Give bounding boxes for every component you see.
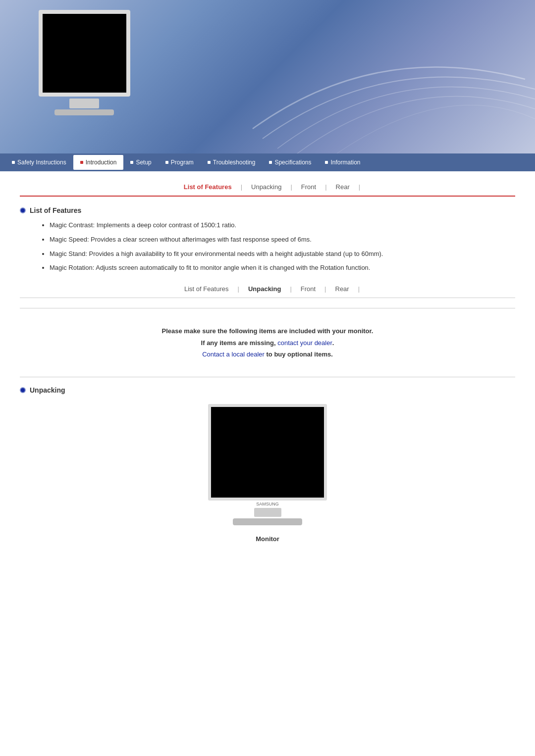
tab2-rear[interactable]: Rear [326, 283, 358, 295]
feature-item-4: Magic Rotation: Adjusts screen automatic… [50, 263, 515, 273]
features-section: List of Features Magic Contrast: Impleme… [20, 206, 515, 273]
monitor-unpack-container: SAMSUNG [198, 404, 337, 525]
tab-front[interactable]: Front [292, 181, 325, 193]
tab-unpacking[interactable]: Unpacking [242, 181, 290, 193]
nav-item-specifications[interactable]: Specifications [262, 155, 318, 170]
tab-list-of-features[interactable]: List of Features [175, 181, 241, 193]
section-dot-features [20, 207, 26, 213]
nav-item-program[interactable]: Program [159, 155, 201, 170]
features-list: Magic Contrast: Implements a deep color … [20, 220, 515, 273]
monitor-unpack-label: SAMSUNG [208, 502, 327, 506]
nav-item-troubleshooting[interactable]: Troubleshooting [201, 155, 263, 170]
feature-item-3: Magic Stand: Provides a high availabilit… [50, 249, 515, 259]
features-title: List of Features [30, 206, 81, 214]
tab2-front[interactable]: Front [292, 283, 324, 295]
unpacking-title: Unpacking [30, 386, 65, 394]
main-nav: Safety Instructions Introduction Setup P… [0, 153, 535, 171]
tab-nav-top: List of Features | Unpacking | Front | R… [20, 181, 515, 197]
tab2-unpacking[interactable]: Unpacking [239, 283, 290, 295]
monitor-caption: Monitor [20, 535, 515, 543]
feature-item-1: Magic Contrast: Implements a deep color … [50, 220, 515, 231]
contact-dealer-link[interactable]: contact your dealer [277, 339, 332, 347]
divider-top [20, 308, 515, 308]
unpacking-notice: Please make sure the following items are… [20, 317, 515, 368]
unpacking-section: Unpacking SAMSUNG Monitor [20, 386, 515, 543]
nav-item-safety-instructions[interactable]: Safety Instructions [5, 155, 73, 170]
monitor-unpack-base [233, 518, 302, 525]
nav-item-setup[interactable]: Setup [123, 155, 158, 170]
tab2-list-of-features[interactable]: List of Features [175, 283, 238, 295]
divider-middle [20, 377, 515, 377]
hero-banner [0, 0, 535, 153]
monitor-unpack-neck [254, 508, 281, 517]
local-dealer-link[interactable]: Contact a local dealer [202, 351, 265, 358]
nav-item-information[interactable]: Information [318, 155, 367, 170]
feature-item-2: Magic Speed: Provides a clear screen wit… [50, 235, 515, 245]
tab-sep-4: | [359, 183, 360, 191]
tab2-sep-4: | [358, 285, 360, 293]
tab-nav-bottom: List of Features | Unpacking | Front | R… [20, 283, 515, 298]
section-dot-unpacking [20, 387, 26, 393]
monitor-illustration [30, 10, 139, 129]
nav-item-introduction[interactable]: Introduction [73, 155, 124, 170]
monitor-unpack-screen [208, 404, 327, 501]
tab-rear[interactable]: Rear [327, 181, 359, 193]
